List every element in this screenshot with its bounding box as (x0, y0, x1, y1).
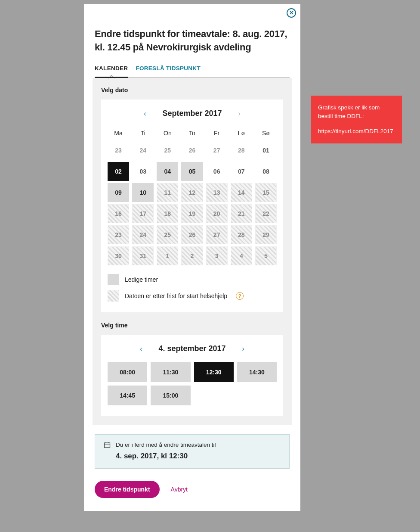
next-day-button[interactable]: › (239, 343, 248, 355)
weekday-header: Ma Ti On To Fr Lø Sø (108, 127, 277, 141)
calendar-day: 31 (132, 246, 154, 265)
calendar-day: 16 (108, 204, 129, 223)
calendar-day: 03 (132, 162, 154, 181)
calendar-day: 27 (206, 225, 228, 244)
calendar-day: 25 (157, 225, 178, 244)
dow: On (157, 127, 178, 141)
calendar-day: 22 (255, 204, 277, 223)
next-month-button[interactable]: › (235, 108, 244, 119)
time-date-label: 4. september 2017 (158, 344, 225, 353)
summary-value: 4. sep. 2017, kl 12:30 (116, 452, 281, 460)
calendar-panel: Velg dato ‹ September 2017 › Ma Ti On To… (93, 78, 292, 425)
calendar-day: 08 (255, 162, 277, 181)
calendar-day: 1 (157, 246, 178, 265)
swatch-deadline (108, 290, 119, 302)
calendar-day[interactable]: 04 (157, 162, 178, 181)
legend-deadline: Datoen er etter frist for start helsehje… (108, 290, 277, 302)
tab-suggest-time[interactable]: FORESLÅ TIDSPUNKT (136, 61, 201, 78)
legend-available: Ledige timer (108, 274, 277, 285)
calendar-row: 303112345 (108, 246, 277, 265)
calendar-day: 28 (231, 225, 252, 244)
calendar-day: 4 (231, 246, 252, 265)
time-slot[interactable]: 11:30 (151, 362, 190, 382)
calendar-day: 15 (255, 183, 277, 202)
modal-title: Endre tidspunkt for timeavtale: 8. aug. … (95, 28, 290, 54)
calendar-row: 09101112131415 (108, 183, 277, 202)
calendar-card: ‹ September 2017 › Ma Ti On To Fr Lø Sø … (101, 100, 283, 312)
calendar-day: 26 (181, 141, 203, 160)
calendar-day: 29 (255, 225, 277, 244)
calendar-day: 18 (157, 204, 178, 223)
calendar-day: 07 (231, 162, 252, 181)
calendar-row: 23242526272829 (108, 225, 277, 244)
calendar-day: 23 (108, 225, 129, 244)
calendar-day: 25 (157, 141, 178, 160)
time-slot[interactable]: 12:30 (194, 362, 234, 382)
swatch-available (108, 274, 119, 285)
calendar-day: 3 (206, 246, 228, 265)
month-label: September 2017 (162, 109, 222, 118)
submit-button[interactable]: Endre tidspunkt (95, 481, 160, 498)
calendar-day: 20 (206, 204, 228, 223)
calendar-day: 12 (181, 183, 203, 202)
time-grid: 08:0011:3012:3014:3014:4515:00 (108, 362, 277, 405)
help-badge[interactable]: ? (236, 292, 244, 300)
annotation-note: Grafisk spekk er lik som bestill time DD… (311, 96, 402, 143)
reschedule-modal: ✕ Endre tidspunkt for timeavtale: 8. aug… (84, 4, 300, 511)
summary-box: Du er i ferd med å endre timeavtalen til… (95, 434, 290, 469)
time-slot[interactable]: 15:00 (151, 386, 190, 405)
calendar-day: 13 (206, 183, 228, 202)
calendar-day[interactable]: 02 (108, 162, 129, 181)
time-card: ‹ 4. september 2017 › 08:0011:3012:3014:… (101, 335, 283, 416)
annotation-text: Grafisk spekk er lik som bestill time DD… (318, 103, 395, 121)
select-date-label: Velg dato (101, 87, 283, 93)
calendar-day: 19 (181, 204, 203, 223)
calendar-day[interactable]: 05 (181, 162, 203, 181)
action-bar: Endre tidspunkt Avbryt (95, 481, 290, 498)
time-slot[interactable]: 08:00 (108, 362, 147, 382)
calendar-row: 02030405060708 (108, 162, 277, 181)
summary-lead: Du er i ferd med å endre timeavtalen til (116, 442, 216, 448)
dow: Lø (231, 127, 252, 141)
calendar-day: 5 (255, 246, 277, 265)
calendar-day[interactable]: 10 (132, 183, 154, 202)
calendar-row: 23242526272801 (108, 141, 277, 160)
calendar-day: 14 (231, 183, 252, 202)
calendar-day[interactable]: 09 (108, 183, 129, 202)
calendar-day: 24 (132, 141, 154, 160)
calendar-row: 16171819202122 (108, 204, 277, 223)
dow: To (181, 127, 203, 141)
calendar-grid: 2324252627280102030405060708091011121314… (108, 141, 277, 265)
calendar-day: 30 (108, 246, 129, 265)
prev-day-button[interactable]: ‹ (136, 343, 145, 355)
calendar-day: 11 (157, 183, 178, 202)
calendar-day: 17 (132, 204, 154, 223)
calendar-day: 01 (255, 141, 277, 160)
prev-month-button[interactable]: ‹ (140, 108, 149, 119)
dow: Fr (206, 127, 228, 141)
select-time-label: Velg time (101, 322, 283, 329)
cancel-button[interactable]: Avbryt (168, 485, 190, 493)
close-button[interactable]: ✕ (287, 8, 296, 18)
legend-available-label: Ledige timer (125, 276, 158, 283)
svg-rect-0 (105, 443, 110, 448)
legend: Ledige timer Datoen er etter frist for s… (108, 274, 277, 302)
dow: Sø (255, 127, 277, 141)
month-nav: ‹ September 2017 › (108, 108, 277, 119)
calendar-day: 26 (181, 225, 203, 244)
dow: Ma (108, 127, 129, 141)
tab-calendar[interactable]: KALENDER (95, 61, 128, 78)
legend-deadline-label: Datoen er etter frist for start helsehje… (125, 292, 227, 299)
calendar-day: 06 (206, 162, 228, 181)
time-slot[interactable]: 14:45 (108, 386, 147, 405)
tab-bar: KALENDER FORESLÅ TIDSPUNKT (95, 61, 290, 78)
calendar-day: 27 (206, 141, 228, 160)
calendar-day: 2 (181, 246, 203, 265)
calendar-day: 24 (132, 225, 154, 244)
annotation-link[interactable]: https://tinyurl.com/DDFL2017 (318, 128, 393, 134)
calendar-day: 21 (231, 204, 252, 223)
calendar-icon (104, 442, 111, 448)
time-slot[interactable]: 14:30 (237, 362, 277, 382)
calendar-day: 28 (231, 141, 252, 160)
time-nav: ‹ 4. september 2017 › (108, 343, 277, 355)
